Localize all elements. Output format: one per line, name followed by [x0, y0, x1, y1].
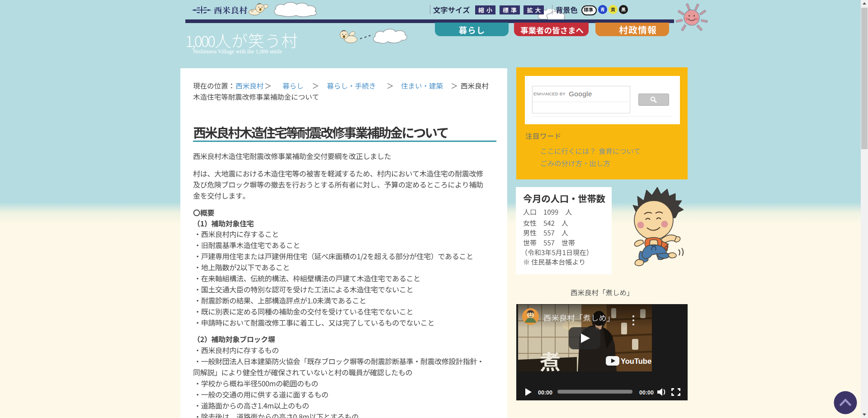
svg-text:00:00: 00:00	[538, 390, 552, 396]
svg-text:00:00: 00:00	[639, 390, 654, 396]
svg-text:YouTube: YouTube	[621, 357, 651, 365]
